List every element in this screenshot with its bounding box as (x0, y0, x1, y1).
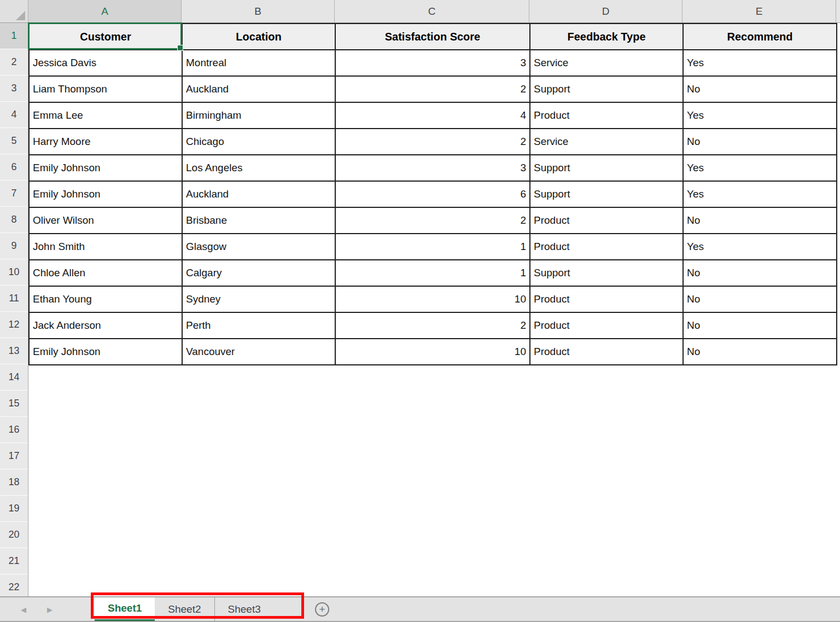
data-cell[interactable]: Support (530, 155, 683, 181)
column-header-e[interactable]: E (682, 0, 836, 22)
data-cell[interactable]: 3 (335, 155, 530, 181)
data-cell[interactable]: Emma Lee (29, 102, 182, 129)
data-cell[interactable]: Chloe Allen (29, 260, 182, 286)
row-header-2[interactable]: 2 (0, 49, 28, 75)
tab-scroll-left-icon[interactable]: ◀ (21, 605, 26, 613)
data-cell[interactable]: 4 (335, 102, 530, 129)
data-cell[interactable]: Auckland (182, 181, 335, 207)
data-cell[interactable]: Perth (182, 312, 335, 339)
row-header-8[interactable]: 8 (0, 207, 28, 233)
data-cell[interactable]: Product (530, 339, 683, 365)
data-cell[interactable]: No (683, 260, 837, 286)
header-cell[interactable]: Recommend (683, 24, 837, 50)
data-cell[interactable]: 1 (335, 234, 530, 260)
data-cell[interactable]: Birmingham (182, 102, 335, 129)
data-cell[interactable]: Calgary (182, 260, 335, 286)
column-header-b[interactable]: B (182, 0, 335, 22)
data-cell[interactable]: No (683, 339, 837, 365)
row-header-6[interactable]: 6 (0, 154, 28, 181)
row-header-16[interactable]: 16 (0, 417, 28, 443)
header-cell[interactable]: Location (182, 24, 335, 50)
row-header-20[interactable]: 20 (0, 522, 28, 548)
data-cell[interactable]: Service (530, 129, 683, 155)
data-cell[interactable]: Emily Johnson (29, 339, 182, 365)
row-header-12[interactable]: 12 (0, 312, 28, 338)
row-header-11[interactable]: 11 (0, 286, 28, 312)
data-cell[interactable]: Emily Johnson (29, 155, 182, 181)
data-cell[interactable]: No (683, 286, 837, 312)
data-cell[interactable]: 2 (335, 207, 530, 234)
data-cell[interactable]: Product (530, 207, 683, 234)
data-cell[interactable]: Yes (683, 181, 837, 207)
data-cell[interactable]: Service (530, 50, 683, 76)
data-cell[interactable]: 2 (335, 312, 530, 339)
data-cell[interactable]: Emily Johnson (29, 181, 182, 207)
data-cell[interactable]: Vancouver (182, 339, 335, 365)
data-cell[interactable]: Liam Thompson (29, 76, 182, 102)
data-cell[interactable]: 10 (335, 286, 530, 312)
data-cell[interactable]: Brisbane (182, 207, 335, 234)
select-all-button[interactable] (0, 0, 28, 22)
column-header-d[interactable]: D (529, 0, 682, 22)
row-header-22[interactable]: 22 (0, 574, 28, 596)
data-cell[interactable]: Yes (683, 50, 837, 76)
data-cell[interactable]: John Smith (29, 234, 182, 260)
row-header-5[interactable]: 5 (0, 128, 28, 154)
data-cell[interactable]: Jessica Davis (29, 50, 182, 76)
data-cell[interactable]: Jack Anderson (29, 312, 182, 339)
data-cell[interactable]: Yes (683, 234, 837, 260)
sheet-tab-sheet1[interactable]: Sheet1 (95, 597, 155, 621)
row-header-17[interactable]: 17 (0, 443, 28, 469)
data-cell[interactable]: Product (530, 312, 683, 339)
row-header-7[interactable]: 7 (0, 181, 28, 207)
data-cell[interactable]: Yes (683, 102, 837, 129)
sheet-tab-sheet2[interactable]: Sheet2 (155, 597, 214, 621)
header-cell[interactable]: Customer (29, 24, 182, 50)
data-cell[interactable]: Support (530, 181, 683, 207)
row-header-10[interactable]: 10 (0, 259, 28, 286)
row-header-1[interactable]: 1 (0, 23, 28, 49)
data-cell[interactable]: Product (530, 234, 683, 260)
column-header-c[interactable]: C (335, 0, 529, 22)
data-cell[interactable]: Support (530, 260, 683, 286)
data-cell[interactable]: Product (530, 102, 683, 129)
data-cell[interactable]: No (683, 76, 837, 102)
data-cell[interactable]: Glasgow (182, 234, 335, 260)
data-cell[interactable]: Sydney (182, 286, 335, 312)
data-cell[interactable]: Yes (683, 155, 837, 181)
row-header-3[interactable]: 3 (0, 75, 28, 102)
data-cell[interactable]: No (683, 312, 837, 339)
row-header-9[interactable]: 9 (0, 233, 28, 259)
data-cell[interactable]: 1 (335, 260, 530, 286)
data-cell[interactable]: Chicago (182, 129, 335, 155)
data-cell[interactable]: Harry Moore (29, 129, 182, 155)
row-header-4[interactable]: 4 (0, 102, 28, 128)
data-cell[interactable]: 2 (335, 76, 530, 102)
data-cell[interactable]: Auckland (182, 76, 335, 102)
column-header-a[interactable]: A (28, 0, 182, 22)
data-cell[interactable]: 10 (335, 339, 530, 365)
data-cell[interactable]: Ethan Young (29, 286, 182, 312)
data-cell[interactable]: 3 (335, 50, 530, 76)
row-header-21[interactable]: 21 (0, 548, 28, 574)
row-header-13[interactable]: 13 (0, 338, 28, 364)
data-cell[interactable]: 2 (335, 129, 530, 155)
header-cell[interactable]: Satisfaction Score (335, 24, 530, 50)
table-row: Emily JohnsonVancouver10ProductNo (29, 339, 837, 365)
data-cell[interactable]: Support (530, 76, 683, 102)
sheet-tab-sheet3[interactable]: Sheet3 (214, 597, 274, 621)
data-cell[interactable]: No (683, 207, 837, 234)
add-sheet-button[interactable]: + (315, 602, 329, 617)
data-cell[interactable]: 6 (335, 181, 530, 207)
row-header-19[interactable]: 19 (0, 496, 28, 522)
data-cell[interactable]: Montreal (182, 50, 335, 76)
data-cell[interactable]: Product (530, 286, 683, 312)
data-cell[interactable]: No (683, 129, 837, 155)
tab-scroll-right-icon[interactable]: ▶ (47, 605, 52, 613)
row-header-14[interactable]: 14 (0, 364, 28, 391)
header-cell[interactable]: Feedback Type (530, 24, 683, 50)
data-cell[interactable]: Oliver Wilson (29, 207, 182, 234)
data-cell[interactable]: Los Angeles (182, 155, 335, 181)
row-header-15[interactable]: 15 (0, 391, 28, 417)
row-header-18[interactable]: 18 (0, 469, 28, 496)
